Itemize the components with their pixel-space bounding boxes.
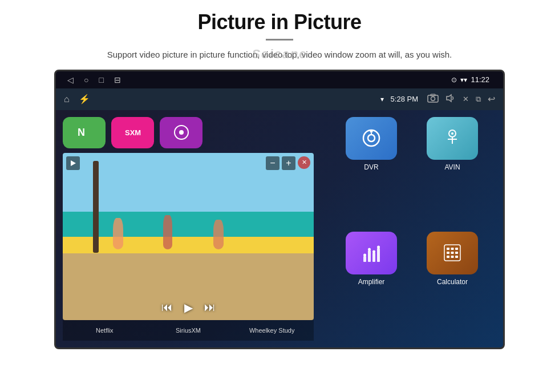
svg-text:N: N xyxy=(78,127,85,138)
wifi-signal-icon: ▾▾ xyxy=(460,76,467,84)
nav-home-icon[interactable]: ○ xyxy=(84,75,88,84)
svg-marker-8 xyxy=(71,160,76,166)
video-play-icon[interactable] xyxy=(66,156,80,170)
calculator-icon[interactable] xyxy=(427,232,478,274)
amplifier-icon[interactable] xyxy=(346,232,397,274)
dvr-icon[interactable] xyxy=(346,117,397,160)
netflix-icon-top[interactable]: N xyxy=(63,117,106,148)
svg-rect-29 xyxy=(447,252,449,254)
action-time: 5:28 PM xyxy=(391,95,418,103)
volume-icon[interactable] xyxy=(445,94,456,105)
svg-point-7 xyxy=(179,130,184,135)
svg-rect-18 xyxy=(368,250,371,262)
svg-point-1 xyxy=(431,96,435,100)
usb-icon[interactable]: ⚡ xyxy=(79,94,90,104)
svg-point-24 xyxy=(377,246,380,249)
svg-point-21 xyxy=(363,254,366,257)
svg-rect-27 xyxy=(451,248,454,250)
action-bar: ⌂ ⚡ ▾ 5:28 PM xyxy=(56,88,503,110)
status-bar-right: ⊙ ▾▾ 11:22 xyxy=(451,75,492,84)
svg-text:SXM: SXM xyxy=(125,128,141,137)
pip-minimize-btn[interactable]: − xyxy=(266,156,280,170)
camera-icon[interactable] xyxy=(427,94,439,105)
svg-rect-30 xyxy=(451,252,454,254)
main-content: N SXM xyxy=(56,110,503,347)
pip-expand-btn[interactable]: + xyxy=(282,156,295,170)
svg-point-11 xyxy=(370,130,373,133)
nav-buttons: ◁ ○ □ ⊟ xyxy=(67,75,121,84)
avin-icon[interactable] xyxy=(427,117,478,160)
siriusxm-icon-top[interactable]: SXM xyxy=(111,117,154,148)
svg-rect-26 xyxy=(447,248,449,250)
action-bar-left: ⌂ ⚡ xyxy=(64,94,90,104)
svg-point-10 xyxy=(368,135,375,142)
pip-controls xyxy=(66,156,80,170)
svg-point-16 xyxy=(451,132,453,135)
media-controls: ⏮ ▶ ⏭ xyxy=(63,301,314,314)
svg-rect-28 xyxy=(455,248,458,250)
svg-rect-34 xyxy=(455,256,458,258)
pip-resize-controls: − + ✕ xyxy=(266,156,310,170)
wheelkey-icon-top[interactable] xyxy=(160,117,202,148)
video-content xyxy=(63,153,314,320)
svg-point-23 xyxy=(372,250,375,253)
app-item-avin[interactable]: AVIN xyxy=(412,117,493,226)
left-content: N SXM xyxy=(56,110,321,347)
action-bar-center: ▾ 5:28 PM ✕ ⧉ xyxy=(99,94,495,105)
svg-rect-20 xyxy=(377,248,380,262)
svg-rect-33 xyxy=(451,256,454,258)
window-icon[interactable]: ⧉ xyxy=(476,95,481,104)
svg-point-22 xyxy=(368,248,371,251)
media-next-btn[interactable]: ⏭ xyxy=(204,301,216,314)
app-grid: DVR AVIN xyxy=(321,110,503,347)
dvr-label: DVR xyxy=(364,163,378,171)
app-item-calculator[interactable]: Calculator xyxy=(412,232,493,341)
calculator-label: Calculator xyxy=(437,278,468,286)
top-apps-row: N SXM xyxy=(63,117,314,148)
netflix-label: Netflix xyxy=(63,327,147,334)
title-divider xyxy=(266,39,293,41)
bottom-app-labels: Netflix SiriusXM Wheelkey Study xyxy=(63,320,314,341)
home-icon[interactable]: ⌂ xyxy=(64,94,70,104)
page-title: Picture in Picture xyxy=(197,10,361,34)
app-item-amplifier[interactable]: Amplifier xyxy=(331,232,412,341)
svg-marker-3 xyxy=(447,95,451,102)
siriusxm-label: SiriusXM xyxy=(147,327,230,334)
pip-close-btn[interactable]: ✕ xyxy=(298,156,310,169)
wheelkey-label: Wheelkey Study xyxy=(230,327,314,334)
media-play-btn[interactable]: ▶ xyxy=(184,301,193,314)
back-icon[interactable]: ↩ xyxy=(488,94,495,104)
page-subtitle: Support video picture in picture functio… xyxy=(107,49,452,62)
app-item-dvr[interactable]: DVR xyxy=(331,117,412,226)
close-display-icon[interactable]: ✕ xyxy=(463,95,469,103)
gps-icon: ⊙ xyxy=(451,76,457,84)
svg-rect-17 xyxy=(363,256,366,262)
status-bar: ◁ ○ □ ⊟ ⊙ ▾▾ 11:22 xyxy=(56,71,503,88)
svg-rect-32 xyxy=(447,256,449,258)
nav-recents-icon[interactable]: □ xyxy=(99,75,103,84)
svg-rect-19 xyxy=(372,253,375,262)
wifi-icon: ▾ xyxy=(380,95,384,103)
nav-back-icon[interactable]: ◁ xyxy=(67,75,74,84)
nav-screenshot-icon[interactable]: ⊟ xyxy=(114,75,121,84)
svg-rect-31 xyxy=(455,252,458,254)
device-frame: ◁ ○ □ ⊟ ⊙ ▾▾ 11:22 ⌂ ⚡ ▾ 5:28 PM xyxy=(54,70,505,349)
media-prev-btn[interactable]: ⏮ xyxy=(161,301,173,314)
amplifier-label: Amplifier xyxy=(358,278,385,286)
avin-label: AVIN xyxy=(444,163,460,171)
status-time: 11:22 xyxy=(471,75,489,84)
pip-video-window[interactable]: − + ✕ ⏮ ▶ ⏭ xyxy=(63,153,314,320)
